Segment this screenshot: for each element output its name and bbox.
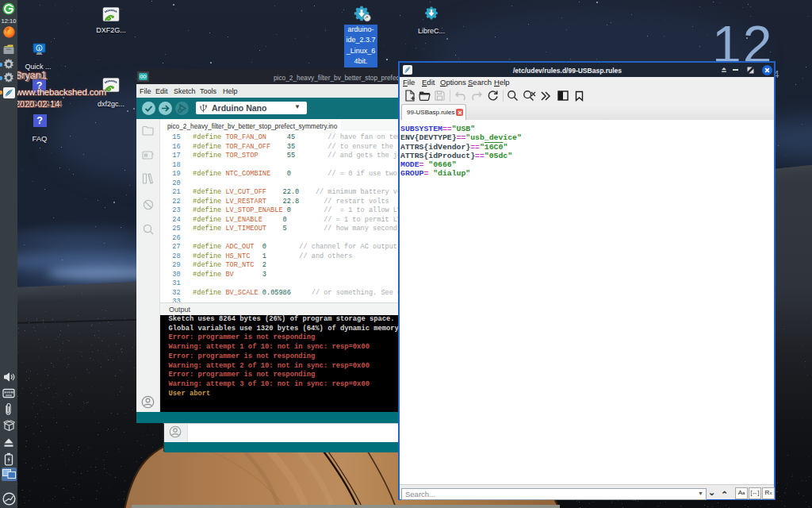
svg-text:i: i <box>39 45 40 51</box>
